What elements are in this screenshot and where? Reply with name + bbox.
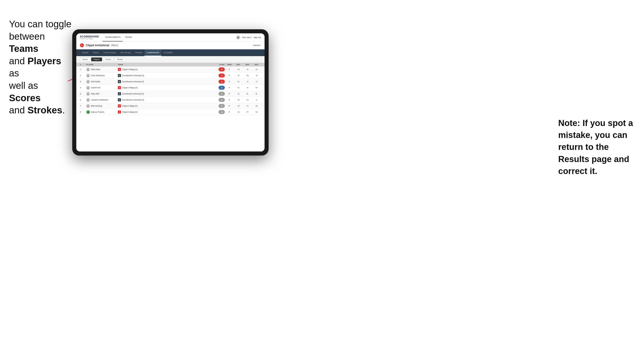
rd2: +2: [243, 99, 252, 101]
leaderboard-table: # PLAYER TEAM TOTAL THRU RD1 RD2 RD3 1 E…: [76, 63, 264, 152]
svg-point-4: [87, 80, 89, 82]
rd2: -4: [243, 87, 252, 89]
tournament-icon: C: [80, 43, 84, 47]
thru: F: [225, 93, 234, 95]
team-cell: S Scoreboard University [A]: [118, 80, 209, 83]
cancel-button[interactable]: Cancel ×: [253, 44, 261, 46]
team-icon: S: [118, 80, 121, 83]
player-cell: Marcus Turners: [86, 110, 118, 114]
thru: F: [225, 80, 234, 83]
thru: F: [225, 68, 234, 71]
rd2: +7: [243, 111, 252, 113]
toggle-teams[interactable]: Teams: [80, 57, 90, 61]
table-row: 2 Chris Robertson S Scoreboard Universit…: [76, 73, 264, 79]
total: -4: [209, 73, 225, 78]
rd3: -1: [252, 99, 261, 101]
player-cell: Chris Robertson: [86, 74, 118, 77]
thru: F: [225, 111, 234, 113]
table-row: 7 Blair McHarg C Clippd College [A] +9 F…: [76, 103, 264, 109]
team-icon: S: [118, 98, 121, 101]
team-cell: S Scoreboard University [A]: [118, 98, 209, 101]
toggle-scores[interactable]: Scores: [103, 57, 114, 61]
player-name: Elliot Ebert: [91, 68, 100, 71]
team-cell: C Clippd College [A]: [118, 68, 209, 71]
rd1: +1: [234, 93, 243, 95]
rd1: +2: [234, 111, 243, 113]
rd1: +3: [234, 68, 243, 71]
svg-point-3: [87, 74, 89, 76]
col-total: TOTAL: [209, 64, 225, 66]
rd2: +5: [243, 74, 252, 77]
team-cell: C Clippd College [A]: [118, 104, 209, 108]
rank: 2: [80, 74, 86, 77]
rank: 5: [80, 93, 86, 95]
svg-point-5: [87, 87, 89, 88]
thru: F: [225, 87, 234, 89]
nav-teams[interactable]: TEAMS: [123, 33, 134, 41]
top-nav: SCOREBOARD Powered by clippd TOURNAMENTS…: [76, 33, 264, 41]
team-name: Scoreboard University [A]: [122, 93, 144, 95]
rd3: +6: [252, 105, 261, 107]
avatar: [86, 110, 90, 114]
team-cell: S Scoreboard University [A]: [118, 74, 209, 77]
avatar: [86, 86, 90, 89]
rank: 6: [80, 99, 86, 101]
tab-teams[interactable]: Teams: [91, 49, 101, 56]
score-badge: +9: [218, 104, 225, 108]
team-icon: S: [118, 92, 121, 95]
col-team: TEAM: [118, 64, 209, 66]
tab-results[interactable]: Results: [133, 49, 144, 56]
rd1: +2: [234, 105, 243, 107]
total: +6: [209, 98, 225, 102]
tab-leaderboards[interactable]: Leaderboards: [144, 49, 162, 56]
svg-point-8: [87, 105, 89, 106]
score-badge: -4: [218, 73, 225, 78]
rd2: E: [243, 93, 252, 95]
rank: 8: [80, 111, 86, 113]
player-cell: Cameron Robertson: [86, 98, 118, 102]
toggle-players[interactable]: Players: [91, 57, 102, 61]
team-icon: C: [118, 104, 121, 108]
team-cell: C Clippd College [A]: [118, 110, 209, 114]
team-name: Scoreboard University [A]: [122, 99, 144, 101]
rank: 1: [80, 68, 86, 71]
rd3: +3: [252, 87, 261, 89]
player-name: Cameron Robertson: [91, 99, 108, 101]
tab-details[interactable]: Details: [80, 49, 91, 56]
rank: 7: [80, 105, 86, 107]
rd1: +1: [234, 87, 243, 89]
team-name: Scoreboard University [A]: [122, 74, 144, 77]
score-badge: E: [218, 86, 225, 90]
total: -2: [209, 80, 225, 84]
player-cell: David Ford: [86, 86, 118, 89]
nav-tournaments[interactable]: TOURNAMENTS: [102, 33, 122, 41]
total: E: [209, 86, 225, 90]
team-name: Clippd College [A]: [122, 111, 138, 113]
tab-course-setup[interactable]: Course Setup: [101, 49, 118, 56]
player-name: Marcus Turners: [91, 111, 104, 113]
tab-printables[interactable]: Printables: [162, 49, 175, 56]
team-name: Scoreboard University [A]: [122, 80, 144, 83]
right-annotation: Note: If you spot a mistake, you can ret…: [558, 117, 635, 177]
avatar: [86, 104, 90, 108]
tournament-name: Clippd Invitational: [86, 44, 109, 47]
player-cell: Rees Britt: [86, 92, 118, 96]
tournament-header: C Clippd Invitational (Men) Cancel ×: [76, 41, 264, 49]
tournament-title: C Clippd Invitational (Men): [80, 43, 118, 47]
rd1: -5: [234, 74, 243, 77]
total: +11: [209, 110, 225, 114]
toggle-strokes[interactable]: Strokes: [114, 57, 126, 61]
team-icon: C: [118, 110, 121, 114]
user-label: Test User |: [242, 36, 252, 38]
score-badge: -8: [218, 67, 225, 71]
player-cell: Rich Butler: [86, 80, 118, 83]
tab-tee-groups[interactable]: Tee Groups: [118, 49, 133, 56]
sign-out[interactable]: Sign out: [254, 36, 261, 38]
score-badge: +6: [218, 98, 225, 102]
col-rd2: RD2: [243, 64, 252, 66]
rd3: -1: [252, 80, 261, 83]
team-name: Clippd College [A]: [122, 87, 138, 89]
col-rd3: RD3: [252, 64, 261, 66]
avatar: [86, 98, 90, 102]
total: +9: [209, 104, 225, 108]
